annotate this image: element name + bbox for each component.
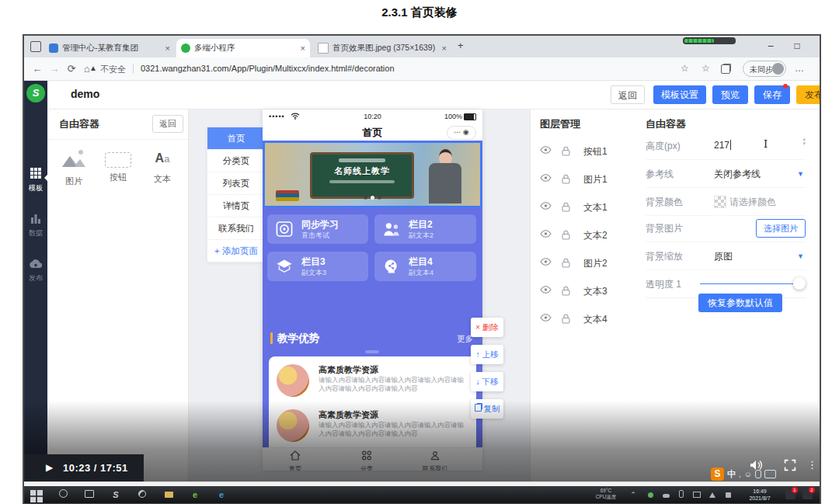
cpu-temp-tray-widget[interactable]: 69°C CPU温度 bbox=[590, 488, 622, 501]
visibility-eye-icon[interactable] bbox=[540, 286, 552, 294]
play-icon[interactable]: ▶ bbox=[46, 462, 53, 473]
chevron-down-icon[interactable]: ▼ bbox=[797, 170, 804, 178]
visibility-eye-icon[interactable] bbox=[540, 258, 552, 266]
height-input[interactable]: 217 bbox=[714, 140, 731, 151]
layer-row[interactable]: 文本4 bbox=[540, 311, 632, 327]
url-text[interactable]: 0321.wangzhan31.com/App/Plugin/Multixcx/… bbox=[141, 64, 395, 73]
collections-icon[interactable] bbox=[721, 64, 730, 76]
lock-icon[interactable] bbox=[562, 174, 570, 184]
lock-icon[interactable] bbox=[562, 146, 570, 156]
page-item-category[interactable]: 分类页 bbox=[207, 150, 265, 172]
tab-category[interactable]: 分类 bbox=[343, 450, 390, 471]
reset-defaults-button[interactable]: 恢复参数默认值 bbox=[698, 294, 782, 312]
capsule-more-icon[interactable]: ⋯ bbox=[454, 128, 461, 136]
component-panel-back-button[interactable]: 返回 bbox=[152, 115, 183, 133]
miniprogram-capsule[interactable]: ⋯ ◉ bbox=[447, 126, 476, 140]
layer-label[interactable]: 文本3 bbox=[583, 285, 607, 298]
layer-label[interactable]: 图片2 bbox=[583, 257, 607, 270]
back-button[interactable]: 返回 bbox=[611, 85, 645, 104]
save-button[interactable]: 保存 bbox=[754, 85, 790, 104]
profile-sync-button[interactable]: 未同步 bbox=[743, 61, 786, 77]
context-menu-move-down[interactable]: ↓ 下移 bbox=[471, 372, 503, 391]
tab-contact[interactable]: 联系我们 bbox=[412, 450, 458, 471]
tray-icon[interactable] bbox=[660, 488, 672, 501]
window-menu-icon[interactable] bbox=[30, 41, 41, 52]
sidebar-item-publish[interactable]: 发布 bbox=[24, 258, 47, 283]
capsule-close-icon[interactable]: ◉ bbox=[463, 128, 469, 136]
sogou-logo-icon[interactable]: S bbox=[711, 468, 724, 481]
layer-row[interactable]: 文本3 bbox=[540, 283, 632, 299]
browser-tab-admin[interactable]: 管理中心-某教育集团 × bbox=[44, 39, 175, 57]
grid-item-column2[interactable]: 栏目2 副文本2 bbox=[374, 214, 476, 244]
layer-label[interactable]: 文本2 bbox=[583, 229, 607, 242]
browser-green-icon[interactable]: e bbox=[189, 488, 201, 501]
layer-label[interactable]: 文本4 bbox=[583, 313, 607, 326]
visibility-eye-icon[interactable] bbox=[540, 314, 552, 322]
phone-preview[interactable]: ••••• 10:20 100% 首页 ⋯ ◉ 名师线上教学 bbox=[263, 109, 482, 471]
grid-item-column3[interactable]: 栏目3 副文本3 bbox=[267, 252, 368, 281]
template-settings-button[interactable]: 模板设置 bbox=[653, 85, 706, 104]
layer-label[interactable]: 图片1 bbox=[583, 173, 607, 186]
tab-close-icon[interactable]: × bbox=[442, 43, 447, 53]
number-stepper[interactable]: ▴▾ bbox=[802, 137, 806, 146]
layer-label[interactable]: 按钮1 bbox=[583, 145, 607, 158]
task-view-icon[interactable] bbox=[83, 488, 96, 501]
layer-label[interactable]: 文本1 bbox=[583, 201, 607, 214]
component-item-text[interactable]: Aa 文本 bbox=[142, 148, 183, 185]
page-item-home[interactable]: 首页 bbox=[207, 127, 265, 150]
publish-button[interactable]: 发布 bbox=[796, 85, 821, 104]
color-swatch[interactable] bbox=[714, 196, 726, 208]
microphone-icon[interactable] bbox=[755, 470, 761, 478]
sidebar-item-data[interactable]: 数据 bbox=[24, 213, 47, 238]
ime-language-indicator[interactable]: 中 bbox=[727, 468, 736, 480]
back-icon[interactable]: ← bbox=[30, 62, 44, 76]
visibility-eye-icon[interactable] bbox=[540, 174, 552, 182]
page-item-contact[interactable]: 联系我们 bbox=[207, 217, 265, 240]
lock-icon[interactable] bbox=[562, 230, 570, 240]
list-item[interactable]: 高素质教学资源 请输入内容请输入内容请输入内容请输入内容请输入内容请输入内容内容… bbox=[275, 408, 470, 445]
component-item-button[interactable]: 按钮 bbox=[98, 148, 138, 183]
layer-row[interactable]: 文本1 bbox=[540, 200, 632, 215]
player-menu-kebab-icon[interactable]: ⋮ bbox=[807, 459, 817, 471]
favorite-star-icon[interactable]: ☆ bbox=[681, 63, 689, 74]
window-close-button[interactable]: × bbox=[812, 36, 821, 57]
window-maximize-button[interactable]: □ bbox=[785, 36, 809, 57]
search-icon[interactable] bbox=[57, 488, 69, 501]
tutorial-video-frame[interactable]: 管理中心-某教育集团 × 多端小程序 × 首页效果图.jpeg (375×163… bbox=[23, 34, 821, 504]
layer-row[interactable]: 按钮1 bbox=[540, 144, 632, 159]
opacity-slider[interactable] bbox=[700, 283, 799, 284]
tray-icon[interactable] bbox=[691, 488, 703, 501]
smiley-icon[interactable]: ☺ bbox=[744, 470, 752, 478]
context-menu-delete[interactable]: × 删除 bbox=[471, 318, 503, 337]
lock-icon[interactable] bbox=[562, 286, 570, 296]
browser-more-icon[interactable]: … bbox=[795, 63, 804, 74]
tray-icon[interactable] bbox=[706, 488, 719, 501]
visibility-eye-icon[interactable] bbox=[540, 230, 552, 238]
grid-item-sync-study[interactable]: 同步学习 直击考试 bbox=[267, 214, 368, 244]
layer-row[interactable]: 图片2 bbox=[540, 255, 632, 271]
visibility-eye-icon[interactable] bbox=[540, 202, 552, 210]
context-menu-move-up[interactable]: ↑ 上移 bbox=[471, 345, 503, 364]
tab-home[interactable]: 首页 bbox=[272, 450, 319, 471]
new-tab-button[interactable]: + bbox=[458, 40, 464, 51]
tab-close-icon[interactable]: × bbox=[165, 43, 170, 53]
tray-icon[interactable] bbox=[675, 488, 688, 501]
component-item-image[interactable]: 图片 bbox=[54, 148, 94, 187]
bgcolor-placeholder[interactable]: 请选择颜色 bbox=[729, 196, 776, 209]
file-explorer-icon[interactable] bbox=[162, 488, 175, 501]
lock-icon[interactable] bbox=[562, 314, 570, 324]
layer-row[interactable]: 文本2 bbox=[540, 228, 632, 243]
keyboard-icon[interactable] bbox=[764, 470, 776, 478]
magnifier-app-icon[interactable] bbox=[136, 488, 148, 501]
browser-tab-image[interactable]: 首页效果图.jpeg (375×1639) × bbox=[313, 39, 451, 57]
slider-handle[interactable] bbox=[793, 277, 806, 290]
taskbar-clock[interactable]: 16:49 2021/8/7 bbox=[740, 488, 779, 502]
window-minimize-button[interactable]: – bbox=[759, 36, 782, 57]
guideline-select[interactable]: 关闭参考线 bbox=[714, 168, 761, 181]
grid-item-column4[interactable]: 栏目4 副文本4 bbox=[374, 252, 476, 281]
tray-icon[interactable] bbox=[644, 488, 656, 501]
bgscale-select[interactable]: 原图 bbox=[714, 250, 733, 263]
notification-badge-icon[interactable]: 1 bbox=[785, 489, 795, 499]
page-item-detail[interactable]: 详情页 bbox=[207, 195, 265, 217]
page-item-list[interactable]: 列表页 bbox=[207, 172, 265, 195]
